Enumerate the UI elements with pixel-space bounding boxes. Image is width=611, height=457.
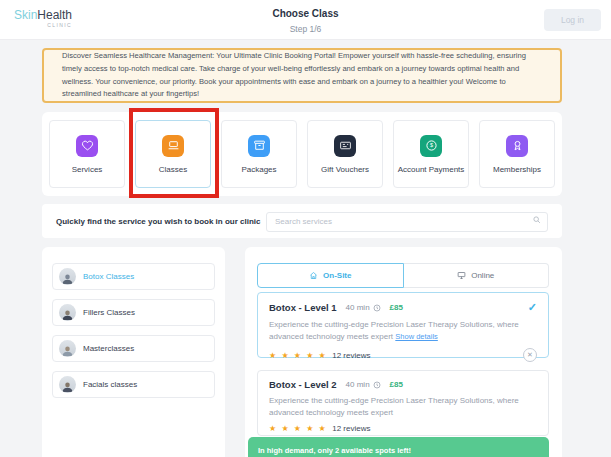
class-card-botox-level-2[interactable]: Botox - Level 2 40 min £85 Experience th… (257, 370, 549, 436)
class-description: Experience the cutting-edge Precision La… (269, 395, 527, 419)
sidebar-item-label: Botox Classes (83, 272, 134, 281)
class-title: Botox - Level 2 (269, 379, 337, 390)
class-category-list: Botox Classes Fillers Classes Masterclas… (42, 247, 225, 457)
voucher-icon (334, 135, 356, 157)
monitor-icon (457, 271, 466, 280)
category-label: Memberships (493, 165, 541, 174)
award-icon (506, 135, 528, 157)
avatar (59, 268, 76, 285)
category-card-account-payments[interactable]: $ Account Payments (393, 120, 469, 188)
tab-label: Online (471, 271, 494, 280)
avatar (59, 376, 76, 393)
search-input[interactable] (266, 212, 548, 232)
class-description: Experience the cutting-edge Precision La… (269, 319, 527, 343)
sidebar-item-masterclasses[interactable]: Masterclasses (52, 335, 215, 362)
promo-banner-text: Discover Seamless Healthcare Management:… (62, 50, 542, 100)
promo-banner: Discover Seamless Healthcare Management:… (42, 48, 562, 103)
category-label: Services (72, 165, 103, 174)
avatar (59, 340, 76, 357)
package-icon (248, 135, 270, 157)
sidebar-item-label: Facials classes (83, 380, 137, 389)
clock-icon (373, 304, 381, 312)
search-label: Quickly find the service you wish to boo… (56, 217, 260, 226)
category-card-services[interactable]: Services (49, 120, 125, 188)
class-duration: 40 min (346, 303, 381, 312)
sidebar-item-label: Fillers Classes (83, 308, 135, 317)
dollar-icon: $ (420, 135, 442, 157)
class-title: Botox - Level 1 (269, 302, 337, 313)
star-rating: ★ ★ ★ ★ ★ (269, 424, 327, 433)
category-card-memberships[interactable]: Memberships (479, 120, 555, 188)
star-rating: ★ ★ ★ ★ ★ (269, 351, 327, 360)
show-details-link[interactable]: Show details (395, 332, 438, 341)
header: SkinHealth CLINIC Choose Class Step 1/6 … (0, 0, 611, 40)
building-icon (309, 271, 318, 280)
svg-text:$: $ (429, 142, 432, 148)
sidebar-item-fillers-classes[interactable]: Fillers Classes (52, 299, 215, 326)
tab-online[interactable]: Online (404, 263, 550, 288)
class-price: £85 (390, 380, 403, 389)
tab-on-site[interactable]: On-Site (257, 263, 404, 288)
category-label: Account Payments (398, 165, 465, 174)
clock-icon (373, 381, 381, 389)
category-panel: Services Classes Packages Gift Vouchers … (42, 112, 562, 196)
sidebar-item-label: Masterclasses (83, 344, 134, 353)
category-card-packages[interactable]: Packages (221, 120, 297, 188)
class-duration: 40 min (346, 380, 381, 389)
step-indicator: Step 1/6 (0, 24, 611, 34)
heart-icon (76, 135, 98, 157)
laptop-icon (162, 135, 184, 157)
category-card-classes[interactable]: Classes (135, 120, 211, 188)
page-title: Choose Class (0, 8, 611, 19)
review-count: 12 reviews (332, 424, 370, 433)
location-tabs: On-Site Online (257, 263, 549, 288)
category-label: Packages (241, 165, 276, 174)
tab-label: On-Site (323, 271, 351, 280)
deselect-button[interactable]: ✕ (523, 348, 537, 362)
class-card-botox-level-1[interactable]: Botox - Level 1 40 min £85 ✓ Experience … (257, 292, 549, 358)
class-list-panel: On-Site Online Botox - Level 1 40 min £8… (245, 247, 562, 457)
search-panel: Quickly find the service you wish to boo… (42, 204, 562, 238)
category-label: Gift Vouchers (321, 165, 369, 174)
sidebar-item-botox-classes[interactable]: Botox Classes (52, 263, 215, 290)
category-label: Classes (159, 165, 187, 174)
availability-banner: In high demand, only 2 available spots l… (248, 437, 549, 457)
sidebar-item-facials-classes[interactable]: Facials classes (52, 371, 215, 398)
login-button[interactable]: Log in (544, 9, 601, 31)
search-icon (532, 215, 542, 225)
category-card-gift-vouchers[interactable]: Gift Vouchers (307, 120, 383, 188)
selected-check-icon: ✓ (528, 301, 537, 314)
class-price: £85 (390, 303, 403, 312)
review-count: 12 reviews (332, 351, 370, 360)
avatar (59, 304, 76, 321)
